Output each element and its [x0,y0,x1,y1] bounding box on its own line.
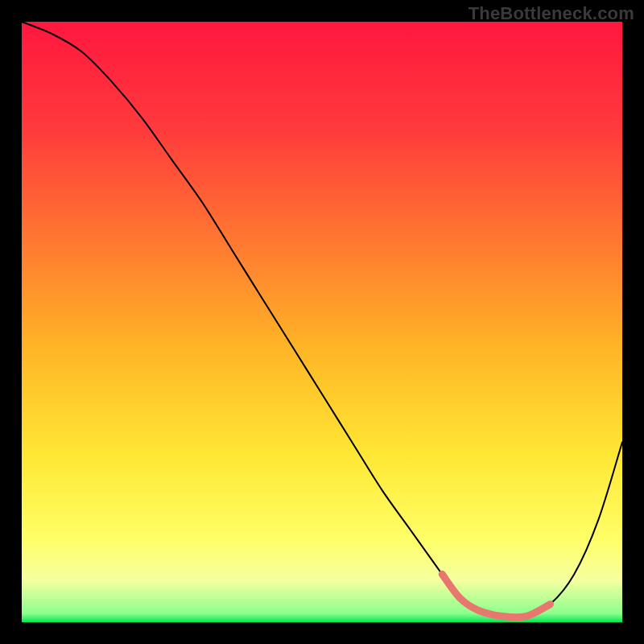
chart-gradient-background [22,22,622,622]
bottleneck-chart [0,0,644,644]
watermark-text: TheBottleneck.com [469,3,634,24]
chart-frame: { "watermark": "TheBottleneck.com", "col… [0,0,644,644]
